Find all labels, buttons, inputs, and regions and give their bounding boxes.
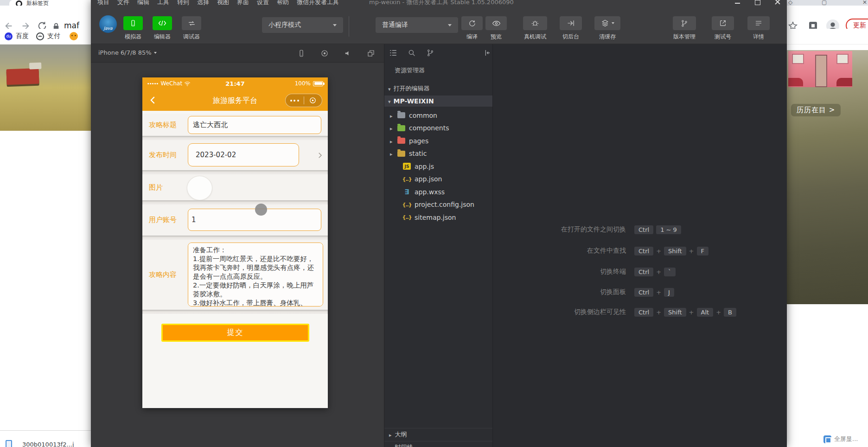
rotate-device-icon[interactable]	[297, 49, 306, 57]
menu-tools[interactable]: 工具	[157, 0, 169, 6]
devtools-window: 项目 文件 编辑 工具 转到 选择 视图 界面 设置 帮助 微信开发者工具 mp…	[91, 0, 787, 447]
tree-item-pages[interactable]: pages	[384, 134, 492, 147]
form-row-image: 图片	[142, 174, 328, 200]
capsule-menu[interactable]	[285, 94, 322, 107]
collapse-sidebar-icon[interactable]	[483, 49, 491, 57]
wxss-file-icon	[403, 188, 411, 195]
fullscreen-hint[interactable]: 全屏显...	[823, 435, 858, 443]
tree-item-components[interactable]: components	[384, 122, 492, 135]
menu-settings[interactable]: 设置	[257, 0, 269, 6]
tree-item-static[interactable]: static	[384, 147, 492, 160]
section-outline[interactable]: 大纲	[384, 428, 492, 441]
section-open-editors[interactable]: 打开的编辑器	[384, 83, 492, 94]
menu-select[interactable]: 选择	[197, 0, 209, 6]
section-timeline[interactable]: 时间线	[384, 441, 492, 447]
menu-file[interactable]: 文件	[117, 0, 129, 6]
explorer-title: 资源管理器	[395, 66, 425, 75]
exit-target-icon[interactable]	[304, 96, 322, 104]
content-textarea[interactable]: 准备工作： 1.提前一周吃红景天，还是比不吃要好，我再茶卡飞奔时，明显感觉头有点…	[188, 243, 323, 307]
caret-down-icon	[448, 24, 452, 26]
background-switch-button[interactable]	[560, 16, 582, 30]
tab-favicon	[16, 0, 22, 6]
menu-view[interactable]: 视图	[217, 0, 229, 6]
preview-button[interactable]	[485, 16, 507, 30]
tree-item-sitemap[interactable]: sitemap.json	[384, 211, 492, 224]
tree-item-project-config[interactable]: project.config.json	[384, 198, 492, 211]
debugger-toggle-label: 调试器	[178, 33, 205, 41]
account-input[interactable]	[188, 209, 321, 231]
user-avatar[interactable]: Java	[99, 15, 117, 33]
compile-button[interactable]	[461, 16, 483, 30]
chevron-right-icon	[390, 112, 395, 119]
compile-mode-select[interactable]: 普通编译	[376, 17, 458, 33]
layers-icon	[601, 19, 609, 27]
title-input[interactable]	[188, 116, 321, 134]
clear-cache-label: 清缓存	[594, 33, 620, 41]
image-label: 图片	[149, 183, 163, 192]
search-icon[interactable]	[408, 49, 416, 57]
editor-toggle-button[interactable]	[153, 16, 172, 30]
nav-bar: 旅游服务平台	[142, 89, 328, 111]
tree-item-common[interactable]: common	[384, 109, 492, 122]
battery-icon	[313, 81, 323, 86]
menu-project[interactable]: 项目	[97, 0, 109, 6]
menu-wechat-devtools[interactable]: 微信开发者工具	[297, 0, 339, 6]
promo-link[interactable]: 历历在目 >	[791, 104, 841, 116]
webpage-photo-field	[0, 45, 91, 131]
test-account-button[interactable]	[712, 16, 734, 30]
form-row-account: 用户账号	[142, 204, 328, 236]
record-icon[interactable]	[320, 49, 329, 57]
editor-panel: 在打开的文件之间切换 Ctrl1 ~ 9 在文件中查找 Ctrl+Shift+F…	[493, 44, 787, 447]
debugger-toggle-button[interactable]	[182, 16, 201, 30]
more-icon[interactable]	[286, 100, 304, 102]
section-project-root[interactable]: MP-WEIXIN	[384, 96, 492, 107]
menu-goto[interactable]: 转到	[177, 0, 189, 6]
git-branch-icon	[681, 19, 688, 27]
file-list-icon[interactable]	[389, 49, 397, 57]
download-file-name[interactable]: 300b010013f2...j	[22, 441, 74, 447]
eye-icon	[492, 20, 501, 27]
shortcut-row: 在打开的文件之间切换 Ctrl1 ~ 9	[493, 224, 787, 235]
git-branch-icon[interactable]	[426, 49, 434, 57]
version-control-button[interactable]	[673, 16, 696, 30]
js-file-icon	[403, 163, 411, 170]
shortcut-row: 切换侧边栏可见性 Ctrl+Shift+Alt+B	[493, 307, 787, 318]
maximize-icon[interactable]	[754, 0, 760, 4]
code-icon	[158, 20, 166, 26]
close-icon[interactable]	[774, 0, 780, 4]
lion-icon	[70, 32, 78, 40]
minimize-icon[interactable]	[734, 0, 740, 4]
menu-edit[interactable]: 编辑	[137, 0, 149, 6]
title-label: 攻略标题	[149, 121, 177, 129]
image-upload-circle[interactable]	[187, 176, 212, 200]
multi-window-icon[interactable]	[367, 49, 375, 57]
browser-close-icon[interactable]: ✕	[862, 0, 867, 6]
simulator-toggle-label: 模拟器	[120, 33, 147, 41]
device-selector[interactable]: iPhone 6/7/8 85%	[98, 49, 157, 56]
details-button[interactable]	[747, 16, 770, 30]
bookmark-pay[interactable]: 支付	[36, 32, 60, 40]
test-account-label: 测试号	[710, 33, 736, 41]
screen: 新标签页 ◇ ▢ ✕ maf 更新 du 百度	[0, 0, 868, 447]
clear-cache-button[interactable]	[594, 16, 620, 30]
tree-item-app-js[interactable]: app.js	[384, 160, 492, 173]
date-picker[interactable]: 2023-02-02	[188, 143, 299, 166]
harvester-shape	[6, 68, 39, 85]
simulator-toggle-button[interactable]	[123, 16, 143, 30]
browser-newtab-icon[interactable]: ◇	[788, 0, 792, 6]
bookmark-baidu[interactable]: du 百度	[5, 32, 29, 40]
webpage-photo-grass	[787, 50, 868, 304]
device-debug-button[interactable]	[523, 16, 547, 30]
menu-interface[interactable]: 界面	[237, 0, 249, 6]
tree-item-app-json[interactable]: app.json	[384, 173, 492, 186]
tree-item-app-wxss[interactable]: app.wxss	[384, 185, 492, 198]
bookmark-lion[interactable]	[70, 32, 78, 40]
folder-icon	[397, 138, 405, 144]
mute-icon[interactable]	[344, 49, 352, 57]
menu-help[interactable]: 帮助	[277, 0, 289, 6]
device-debug-label: 真机调试	[518, 33, 552, 41]
mode-select[interactable]: 小程序模式	[262, 17, 343, 33]
browser-maximize-icon[interactable]: ▢	[822, 0, 827, 6]
submit-button[interactable]: 提交	[161, 324, 309, 342]
status-bar: ••••• WeChat 21:47 100%	[142, 77, 328, 89]
